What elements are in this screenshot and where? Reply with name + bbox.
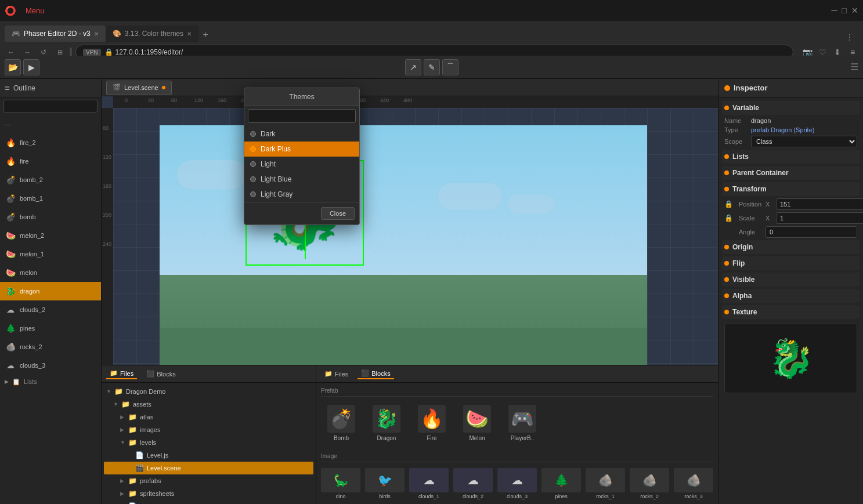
tree-arrow-levels: ▼ [120,440,126,445]
image-clouds2[interactable]: ☁ clouds_2 [453,468,493,499]
tab-themes-close[interactable]: ✕ [187,31,192,37]
tree-arrow-dragon-demo: ▼ [106,389,112,394]
outline-item-dragon[interactable]: 🐉 dragon [0,282,101,300]
tree-images[interactable]: ▶ 📁 images [104,423,313,436]
scale-lock-icon[interactable]: 🔒 [724,214,735,222]
outline-item-melon2[interactable]: 🍉 melon_2 [0,226,101,245]
tree-animations-json[interactable]: 📄 animations.json [104,500,313,504]
tree-level-js[interactable]: 📄 Level.js [104,449,313,462]
image-clouds3[interactable]: ☁ clouds_3 [497,468,537,499]
parent-dot [724,171,729,175]
outline-item-clouds2[interactable]: ☁ clouds_2 [0,300,101,319]
transform-section-header[interactable]: Transform [722,182,860,196]
arrow-tool-button[interactable]: ↗ [405,59,421,75]
tree-levels[interactable]: ▼ 📁 levels [104,436,313,449]
tree-dragon-demo[interactable]: ▼ 📁 Dragon Demo [104,385,313,398]
themes-close-button[interactable]: Close [321,207,355,220]
image-rocks2[interactable]: 🪨 rocks_2 [630,468,669,499]
canvas-scene[interactable]: 🐉 [113,108,718,365]
canvas-viewport[interactable]: 0 40 80 120 160 200 240 280 320 360 400 … [102,96,718,365]
outline-folder-lists[interactable]: ▶ 📋 Lists [0,375,101,389]
outline-item-bomb2[interactable]: 💣 bomb_2 [0,171,101,189]
tree-prefabs[interactable]: ▶ 📁 prefabs [104,474,313,487]
angle-input[interactable] [765,226,857,238]
window-maximize[interactable]: □ [842,6,847,15]
toolbar-menu-icon[interactable]: ☰ [850,61,858,72]
outline-item-separator[interactable]: — [0,115,101,133]
flip-header[interactable]: Flip [722,256,860,270]
theme-light-blue[interactable]: Light Blue [244,172,359,187]
outline-item-melon[interactable]: 🍉 melon [0,263,101,282]
outline-item-fire[interactable]: 🔥 fire [0,152,101,171]
tab-editor[interactable]: 🎮 Phaser Editor 2D - v3 ✕ [5,26,106,42]
image-birds-label: birds [379,494,391,499]
new-tab-button[interactable]: + [198,28,212,42]
scale-inputs: X Y [765,212,863,224]
open-file-button[interactable]: 📂 [5,59,21,75]
outline-item-fire2[interactable]: 🔥 fire_2 [0,133,101,152]
outline-item-clouds3[interactable]: ☁ clouds_3 [0,356,101,375]
outline-item-pines[interactable]: 🌲 pines [0,319,101,338]
curve-tool-button[interactable]: ⌒ [442,59,458,75]
variable-label: Variable [732,104,759,112]
tab-editor-close[interactable]: ✕ [94,31,99,37]
outline-item-melon1[interactable]: 🍉 melon_1 [0,245,101,263]
block-fire[interactable]: 🔥 Fire [411,403,452,444]
clouds2-icon: ☁ [5,304,16,316]
menu-button[interactable]: Menu [21,5,49,16]
block-bomb[interactable]: 💣 Bomb [321,403,362,444]
theme-dark[interactable]: Dark [244,126,359,142]
tree-atlas[interactable]: ▶ 📁 atlas [104,411,313,423]
position-inputs: X Y [765,198,863,210]
outline-item-rocks2[interactable]: 🪨 rocks_2 [0,338,101,356]
block-melon[interactable]: 🍉 Melon [457,403,497,444]
image-dino[interactable]: 🦕 dino [321,468,360,499]
themes-modal-footer: Close [244,202,359,224]
image-clouds3-box: ☁ [497,468,537,492]
theme-light-gray[interactable]: Light Gray [244,187,359,202]
window-close[interactable]: ✕ [851,6,858,15]
block-dragon[interactable]: 🐉 Dragon [366,403,407,444]
ruler-left: 80 120 160 200 240 [102,108,113,365]
image-rocks1[interactable]: 🪨 rocks_1 [586,468,625,499]
block-playerb[interactable]: 🎮 PlayerB.. [502,403,543,444]
blocks-content: Prefab 💣 Bomb 🐉 Dragon [316,383,718,504]
play-button[interactable]: ▶ [23,59,39,75]
scale-x-input[interactable] [776,212,863,224]
blocks-tab-header[interactable]: ⬛ Blocks [143,369,179,379]
scope-select[interactable]: Class Private Protected [751,136,857,147]
window-minimize[interactable]: ─ [832,6,837,15]
files-tab[interactable]: 📁 Files [106,368,137,379]
browser-settings[interactable]: ⋮ [846,32,854,42]
position-lock-icon[interactable]: 🔒 [724,200,735,208]
outline-item-bomb[interactable]: 💣 bomb [0,208,101,226]
image-clouds1[interactable]: ☁ clouds_1 [409,468,449,499]
outline-search-input[interactable] [3,100,98,113]
image-birds[interactable]: 🐦 birds [365,468,405,499]
parent-label: Parent Container [732,169,789,177]
blocks-main-tab[interactable]: ⬛ Blocks [358,368,393,379]
scene-tab[interactable]: 🎬 Level.scene [106,81,172,95]
origin-header[interactable]: Origin [722,240,860,254]
tree-level-scene[interactable]: 🎬 Level.scene [104,462,313,474]
fire2-icon: 🔥 [5,137,16,148]
theme-light[interactable]: Light [244,157,359,172]
alpha-header[interactable]: Alpha [722,289,860,303]
image-rocks3[interactable]: 🪨 rocks_3 [674,468,713,499]
blocks-files-tab[interactable]: 📁 Files [321,369,352,379]
theme-dark-plus[interactable]: Dark Plus [244,142,359,157]
canvas-area: 🎬 Level.scene 0 40 80 120 160 200 240 [102,79,718,365]
image-pines[interactable]: 🌲 pines [541,468,581,499]
outline-item-bomb1[interactable]: 💣 bomb_1 [0,189,101,208]
lists-section-header[interactable]: Lists [722,150,860,164]
variable-section-header[interactable]: Variable [722,101,860,115]
tree-assets[interactable]: ▼ 📁 assets [104,398,313,411]
tab-themes[interactable]: 🎨 3.13. Color themes ✕ [106,26,198,42]
texture-header[interactable]: Texture [722,305,860,319]
themes-search-input[interactable] [248,109,356,123]
tree-spritesheets[interactable]: ▶ 📁 spritesheets [104,487,313,500]
parent-container-header[interactable]: Parent Container [722,166,860,180]
visible-header[interactable]: Visible [722,273,860,287]
position-x-input[interactable] [776,198,863,210]
pen-tool-button[interactable]: ✎ [424,59,440,75]
